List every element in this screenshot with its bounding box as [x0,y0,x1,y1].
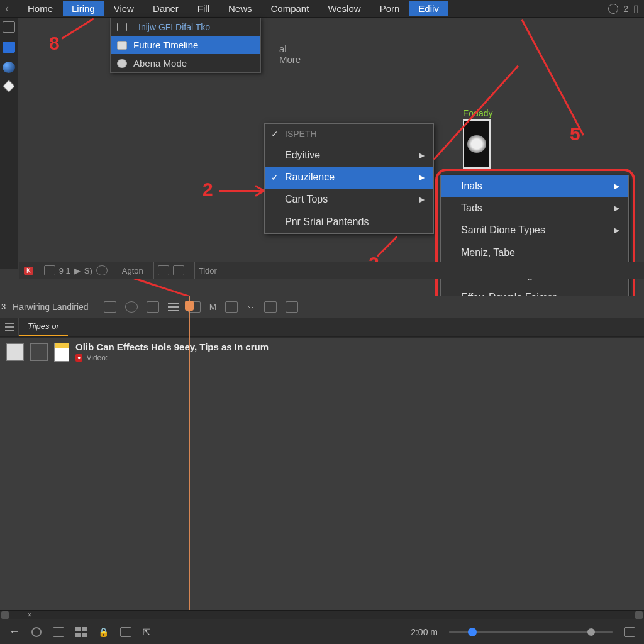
toolbar-seg-agton[interactable]: Agton [118,262,147,279]
menu-home[interactable]: Home [19,1,62,16]
ruler-zero-marker: 3 [1,302,14,311]
ctx-item-ispeth[interactable]: ✓ ISPETH [265,124,433,145]
mode-icon [117,59,127,68]
annotation-8: 8 [49,33,60,54]
clip-thumb-1[interactable] [6,343,24,361]
dropdown-item-label: Future Timeline [133,40,198,50]
prev-icon[interactable] [44,265,55,275]
content-row[interactable]: Olib Can Effects Hols 9eey, Tips as In c… [0,338,644,366]
sub-item-meniz-tabe[interactable]: Meniz, Tabe [441,242,628,264]
scroll-cap-left[interactable] [1,611,9,619]
clip-thumb-2[interactable] [30,343,48,361]
menu-ediiv[interactable]: Ediiv [409,1,448,16]
scroll-close-icon[interactable]: × [25,611,34,619]
ctx-item-label: Tads [461,203,482,214]
tab-tiipes[interactable]: Tiipes or [19,318,68,336]
submenu-arrow-icon: ▶ [419,195,425,204]
check-icon: ✓ [271,172,279,182]
menu-porn[interactable]: Porn [371,1,409,16]
scroll-cap-right[interactable] [635,611,643,619]
toolbar-seg-tidor[interactable]: Tidor [194,262,221,279]
submenu-arrow-icon: ▶ [419,151,425,160]
clip-sub-label: Video: [86,353,108,362]
preview-thumbnail[interactable] [463,119,491,169]
zoom-slider[interactable] [449,631,613,633]
dropdown-header: Inijw GFI Difal Tko [111,18,260,36]
ctx-item-rauzilence[interactable]: ✓ Rauzilence ▶ [265,167,433,189]
grid-icon[interactable] [75,627,87,637]
tool-icon-diamond[interactable] [3,80,15,92]
menu-fill[interactable]: Fill [189,1,218,16]
agton-label: Agton [122,266,143,275]
liring-dropdown[interactable]: Inijw GFI Difal Tko Future Timeline al M… [110,18,261,73]
annotation-arrow-2b [377,236,397,257]
annotation-2: 2 [203,179,213,200]
menubar: ‹ Home Liring View Daner Fill News Compa… [0,0,644,18]
context-submenu[interactable]: Inals ▶ Tads ▶ Samit Dione Types ▶ Meniz… [440,175,629,309]
tabs-toggle-icon[interactable] [0,318,19,336]
icon-wave[interactable]: 〰 [247,302,255,312]
clip-info: Olib Can Effects Hols 9eey, Tips as In c… [75,341,269,362]
annotation-arrow-5a [521,19,584,136]
share-icon[interactable]: ⇱ [143,627,150,637]
slider-handle[interactable] [468,628,477,636]
menu-daner[interactable]: Daner [144,1,187,16]
icon-m[interactable]: M [209,302,217,312]
timeline-content[interactable]: Olib Can Effects Hols 9eey, Tips as In c… [0,337,644,613]
footer-icon-end[interactable] [624,627,635,637]
dropdown-header-label: Inijw GFI Difal Tko [138,22,210,32]
dropdown-item-label: Abena Mode [133,58,187,69]
back-icon[interactable]: ‹ [5,2,18,15]
menu-liring[interactable]: Liring [63,1,104,16]
icon-rect1[interactable] [147,301,159,313]
icon-target[interactable] [125,301,138,313]
ctx-item-label: Edyitive [285,150,320,161]
ctx-item-label: Samit Dione Types [461,225,545,236]
context-menu-primary[interactable]: ✓ ISPETH Edyitive ▶ ✓ Rauzilence ▶ Cart … [264,123,434,234]
menu-view[interactable]: View [105,1,143,16]
menu-compant[interactable]: Compant [262,1,318,16]
footer-icon-1[interactable] [53,627,64,637]
ctx-item-cart-tops[interactable]: Cart Tops ▶ [265,189,433,211]
lock-icon[interactable]: 🔒 [98,627,109,637]
refresh-icon[interactable] [31,627,42,637]
back-arrow-icon[interactable]: ← [9,625,20,638]
icon-rect5[interactable] [286,301,298,313]
tool-btn-1[interactable] [158,265,169,275]
tool-icon-globe[interactable] [3,62,15,73]
icon-chart[interactable] [104,301,116,313]
horizontal-scrollbar[interactable]: × [0,610,644,619]
toolbar-seg-icons [153,262,188,279]
icon-rect4[interactable] [264,301,277,313]
ctx-item-edyitive[interactable]: Edyitive ▶ [265,145,433,167]
clip-subtitle: ● Video: [75,353,269,362]
clip-thumb-doc[interactable] [54,343,69,362]
bookmark-icon[interactable]: ▯ [633,3,639,14]
tool-icon-1[interactable] [3,21,15,33]
submenu-arrow-icon: ▶ [614,226,619,235]
playhead-line[interactable] [189,296,190,616]
panel-tab-harwiring[interactable]: Harwiring Landiried [6,298,95,316]
apple-icon[interactable] [96,265,108,275]
sub-item-tads[interactable]: Tads ▶ [441,197,628,219]
playhead-handle[interactable] [185,301,194,311]
globe-icon[interactable] [608,4,618,14]
ctx-item-label: Meniz, Tabe [461,247,515,258]
footer-icon-2[interactable] [120,627,131,637]
icon-rect3[interactable] [225,301,238,313]
menu-news[interactable]: News [219,1,261,16]
footer-bar: ← 🔒 ⇱ 2:00 m [0,619,644,644]
submenu-arrow-icon: ▶ [614,182,619,191]
header-icon [117,23,127,31]
menu-weslow[interactable]: Weslow [319,1,369,16]
tool-icon-puzzle[interactable] [3,42,15,53]
sub-item-samit-dione[interactable]: Samit Dione Types ▶ [441,219,628,242]
ctx-item-pnr-sriai[interactable]: Pnr Sriai Pantends [265,211,433,233]
toolbar-s: S) [84,266,92,275]
sub-item-inals[interactable]: Inals ▶ [441,175,628,197]
play-icon[interactable]: ▶ [74,266,80,275]
icon-lines[interactable] [168,303,179,311]
dropdown-item-abena-mode[interactable]: Abena Mode [111,54,260,72]
dropdown-item-future-timeline[interactable]: Future Timeline [111,36,260,54]
tool-btn-2[interactable] [173,265,184,275]
